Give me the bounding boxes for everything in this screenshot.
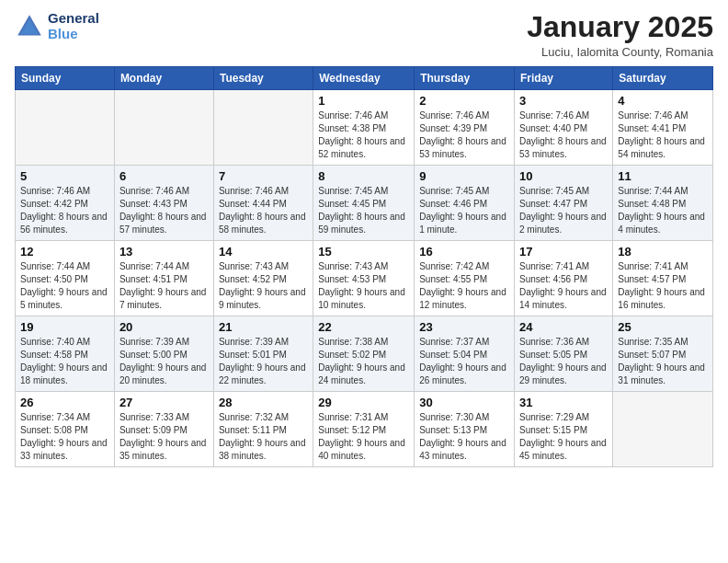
day-number: 23 [419,320,509,334]
table-row: 12Sunrise: 7:44 AM Sunset: 4:50 PM Dayli… [16,241,115,316]
col-tuesday: Tuesday [213,67,313,90]
day-number: 13 [119,245,209,259]
day-info: Sunrise: 7:30 AM Sunset: 5:13 PM Dayligh… [419,411,509,463]
calendar-week-row: 12Sunrise: 7:44 AM Sunset: 4:50 PM Dayli… [16,241,713,316]
day-number: 17 [519,245,608,259]
day-info: Sunrise: 7:41 AM Sunset: 4:57 PM Dayligh… [618,260,708,312]
table-row [114,90,213,166]
day-info: Sunrise: 7:46 AM Sunset: 4:41 PM Dayligh… [618,109,708,161]
day-info: Sunrise: 7:31 AM Sunset: 5:12 PM Dayligh… [318,411,409,463]
day-number: 9 [419,169,509,183]
table-row: 14Sunrise: 7:43 AM Sunset: 4:52 PM Dayli… [213,241,313,316]
day-info: Sunrise: 7:35 AM Sunset: 5:07 PM Dayligh… [618,336,708,387]
day-number: 6 [119,169,209,183]
day-number: 19 [20,320,109,334]
table-row: 3Sunrise: 7:46 AM Sunset: 4:40 PM Daylig… [515,90,613,166]
day-info: Sunrise: 7:40 AM Sunset: 4:58 PM Dayligh… [20,336,109,387]
day-number: 20 [119,320,209,334]
month-title: January 2025 [527,11,713,43]
day-number: 22 [318,320,409,334]
table-row: 5Sunrise: 7:46 AM Sunset: 4:42 PM Daylig… [16,166,115,241]
table-row: 7Sunrise: 7:46 AM Sunset: 4:44 PM Daylig… [213,166,313,241]
table-row: 13Sunrise: 7:44 AM Sunset: 4:51 PM Dayli… [114,241,213,316]
day-info: Sunrise: 7:39 AM Sunset: 5:00 PM Dayligh… [119,336,209,387]
day-info: Sunrise: 7:45 AM Sunset: 4:47 PM Dayligh… [519,185,608,236]
table-row: 4Sunrise: 7:46 AM Sunset: 4:41 PM Daylig… [613,90,713,166]
table-row: 15Sunrise: 7:43 AM Sunset: 4:53 PM Dayli… [313,241,415,316]
table-row: 2Sunrise: 7:46 AM Sunset: 4:39 PM Daylig… [415,90,515,166]
calendar-week-row: 19Sunrise: 7:40 AM Sunset: 4:58 PM Dayli… [16,316,713,392]
day-number: 25 [618,320,708,334]
logo-icon [15,12,44,41]
day-number: 11 [618,169,708,183]
day-info: Sunrise: 7:32 AM Sunset: 5:11 PM Dayligh… [219,411,308,463]
table-row: 10Sunrise: 7:45 AM Sunset: 4:47 PM Dayli… [515,166,613,241]
day-info: Sunrise: 7:43 AM Sunset: 4:52 PM Dayligh… [219,260,308,312]
table-row: 19Sunrise: 7:40 AM Sunset: 4:58 PM Dayli… [16,316,115,392]
calendar-header-row: Sunday Monday Tuesday Wednesday Thursday… [16,67,713,90]
table-row: 25Sunrise: 7:35 AM Sunset: 5:07 PM Dayli… [613,316,713,392]
day-info: Sunrise: 7:39 AM Sunset: 5:01 PM Dayligh… [219,336,308,387]
col-wednesday: Wednesday [313,67,415,90]
day-info: Sunrise: 7:36 AM Sunset: 5:05 PM Dayligh… [519,336,608,387]
table-row: 9Sunrise: 7:45 AM Sunset: 4:46 PM Daylig… [415,166,515,241]
day-number: 12 [20,245,109,259]
day-info: Sunrise: 7:46 AM Sunset: 4:42 PM Dayligh… [20,185,109,236]
page: General Blue January 2025 Luciu, Ialomit… [0,0,728,563]
table-row [16,90,115,166]
day-info: Sunrise: 7:46 AM Sunset: 4:40 PM Dayligh… [519,109,608,161]
day-number: 21 [219,320,308,334]
day-info: Sunrise: 7:46 AM Sunset: 4:44 PM Dayligh… [219,185,308,236]
table-row: 27Sunrise: 7:33 AM Sunset: 5:09 PM Dayli… [114,392,213,467]
table-row: 29Sunrise: 7:31 AM Sunset: 5:12 PM Dayli… [313,392,415,467]
table-row: 22Sunrise: 7:38 AM Sunset: 5:02 PM Dayli… [313,316,415,392]
day-info: Sunrise: 7:44 AM Sunset: 4:51 PM Dayligh… [119,260,209,312]
calendar-week-row: 1Sunrise: 7:46 AM Sunset: 4:38 PM Daylig… [16,90,713,166]
day-info: Sunrise: 7:33 AM Sunset: 5:09 PM Dayligh… [119,411,209,463]
day-info: Sunrise: 7:45 AM Sunset: 4:46 PM Dayligh… [419,185,509,236]
day-info: Sunrise: 7:43 AM Sunset: 4:53 PM Dayligh… [318,260,409,312]
day-number: 14 [219,245,308,259]
calendar-week-row: 5Sunrise: 7:46 AM Sunset: 4:42 PM Daylig… [16,166,713,241]
day-info: Sunrise: 7:41 AM Sunset: 4:56 PM Dayligh… [519,260,608,312]
day-info: Sunrise: 7:46 AM Sunset: 4:38 PM Dayligh… [318,109,409,161]
day-info: Sunrise: 7:44 AM Sunset: 4:48 PM Dayligh… [618,185,708,236]
day-number: 8 [318,169,409,183]
day-number: 27 [119,396,209,409]
day-info: Sunrise: 7:34 AM Sunset: 5:08 PM Dayligh… [20,411,109,463]
header: General Blue January 2025 Luciu, Ialomit… [15,11,713,59]
day-number: 1 [318,94,409,108]
day-number: 7 [219,169,308,183]
table-row: 1Sunrise: 7:46 AM Sunset: 4:38 PM Daylig… [313,90,415,166]
col-sunday: Sunday [16,67,115,90]
logo-text: General Blue [48,11,99,41]
col-saturday: Saturday [613,67,713,90]
day-info: Sunrise: 7:46 AM Sunset: 4:39 PM Dayligh… [419,109,509,161]
day-number: 29 [318,396,409,409]
table-row: 30Sunrise: 7:30 AM Sunset: 5:13 PM Dayli… [415,392,515,467]
table-row: 8Sunrise: 7:45 AM Sunset: 4:45 PM Daylig… [313,166,415,241]
table-row: 11Sunrise: 7:44 AM Sunset: 4:48 PM Dayli… [613,166,713,241]
day-number: 10 [519,169,608,183]
day-info: Sunrise: 7:38 AM Sunset: 5:02 PM Dayligh… [318,336,409,387]
day-number: 3 [519,94,608,108]
day-number: 15 [318,245,409,259]
day-info: Sunrise: 7:44 AM Sunset: 4:50 PM Dayligh… [20,260,109,312]
logo: General Blue [15,11,99,41]
table-row: 18Sunrise: 7:41 AM Sunset: 4:57 PM Dayli… [613,241,713,316]
day-number: 16 [419,245,509,259]
table-row: 24Sunrise: 7:36 AM Sunset: 5:05 PM Dayli… [515,316,613,392]
header-right: January 2025 Luciu, Ialomita County, Rom… [527,11,713,59]
day-number: 31 [519,396,608,409]
day-info: Sunrise: 7:37 AM Sunset: 5:04 PM Dayligh… [419,336,509,387]
day-number: 30 [419,396,509,409]
table-row: 31Sunrise: 7:29 AM Sunset: 5:15 PM Dayli… [515,392,613,467]
col-friday: Friday [515,67,613,90]
table-row: 16Sunrise: 7:42 AM Sunset: 4:55 PM Dayli… [415,241,515,316]
day-number: 2 [419,94,509,108]
table-row [213,90,313,166]
table-row: 26Sunrise: 7:34 AM Sunset: 5:08 PM Dayli… [16,392,115,467]
table-row: 21Sunrise: 7:39 AM Sunset: 5:01 PM Dayli… [213,316,313,392]
table-row: 6Sunrise: 7:46 AM Sunset: 4:43 PM Daylig… [114,166,213,241]
col-thursday: Thursday [415,67,515,90]
